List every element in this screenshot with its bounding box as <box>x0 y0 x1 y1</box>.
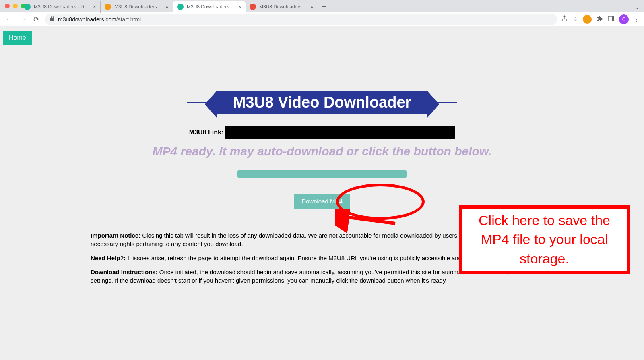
extensions-puzzle-icon[interactable] <box>597 15 603 23</box>
favicon-icon <box>24 4 31 10</box>
m3u8-link-input[interactable] <box>225 126 455 139</box>
tab-title: M3U8 Downloaders <box>114 4 162 10</box>
favicon-icon <box>250 4 256 10</box>
extension-icon[interactable] <box>583 15 592 24</box>
close-tab-icon[interactable]: × <box>165 4 169 10</box>
tabs-row: M3U8 Downloaders - Downlo × M3U8 Downloa… <box>20 0 644 12</box>
svg-rect-1 <box>612 16 614 21</box>
favicon-icon <box>105 4 111 10</box>
favicon-icon <box>177 4 184 10</box>
link-input-row: M3U8 Link: <box>91 126 553 139</box>
side-panel-icon[interactable] <box>608 15 614 23</box>
minimize-window-icon[interactable] <box>13 4 18 8</box>
close-tab-icon[interactable]: × <box>93 4 96 10</box>
lock-icon <box>50 16 55 23</box>
profile-avatar[interactable]: C <box>619 14 629 24</box>
share-icon[interactable] <box>561 15 568 23</box>
url-path: /start.html <box>116 16 141 23</box>
home-button[interactable]: Home <box>3 31 32 45</box>
close-window-icon[interactable] <box>5 4 10 8</box>
tab-title: M3U8 Downloaders - Downlo <box>34 4 90 10</box>
browser-tab-active[interactable]: M3U8 Downloaders × <box>173 1 246 13</box>
link-label: M3U8 Link: <box>189 129 223 136</box>
progress-bar <box>237 170 407 178</box>
forward-button[interactable]: → <box>18 14 27 24</box>
bookmark-star-icon[interactable]: ☆ <box>572 15 578 23</box>
page-content: Home M3U8 Video Downloader M3U8 Link: MP… <box>0 26 644 360</box>
browser-tab[interactable]: M3U8 Downloaders × <box>101 1 173 13</box>
tab-title: M3U8 Downloaders <box>259 4 307 10</box>
close-tab-icon[interactable]: × <box>310 4 314 10</box>
browser-tab[interactable]: M3U8 Downloaders × <box>246 1 318 13</box>
annotation-callout: Click here to save the MP4 file to your … <box>459 205 630 274</box>
tab-title: M3U8 Downloaders <box>187 4 235 10</box>
more-menu-icon[interactable]: ⋮ <box>634 15 640 23</box>
browser-chrome: M3U8 Downloaders - Downlo × M3U8 Downloa… <box>0 0 644 26</box>
new-tab-button[interactable]: + <box>318 3 330 11</box>
status-text: MP4 ready. It may auto-download or click… <box>91 145 553 158</box>
tabs-dropdown-icon[interactable]: ⌄ <box>635 3 640 11</box>
page-title: M3U8 Video Downloader <box>217 91 427 114</box>
reload-button[interactable]: ⟳ <box>31 14 41 24</box>
close-tab-icon[interactable]: × <box>238 4 242 10</box>
download-mp4-button[interactable]: Download MP4 <box>294 194 350 209</box>
url-bar[interactable]: m3u8downloaders.com/start.html <box>45 14 557 25</box>
back-button[interactable]: ← <box>4 14 14 24</box>
browser-tab[interactable]: M3U8 Downloaders - Downlo × <box>20 1 101 13</box>
page-banner: M3U8 Video Downloader <box>91 91 553 114</box>
url-domain: m3u8downloaders.com <box>58 16 116 23</box>
browser-toolbar: ← → ⟳ m3u8downloaders.com/start.html ☆ C… <box>0 12 644 26</box>
